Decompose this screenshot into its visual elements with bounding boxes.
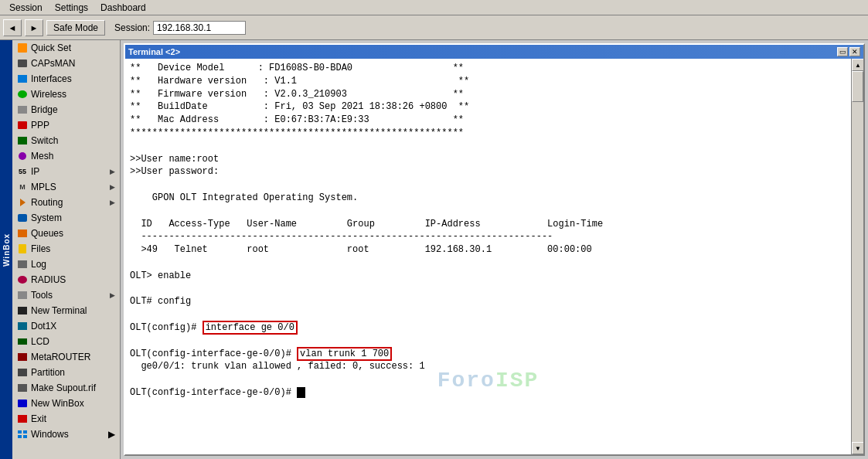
svg-rect-2 — [18, 435, 22, 438]
sidebar-item-quick-set[interactable]: Quick Set — [12, 40, 120, 56]
sidebar-label-bridge: Bridge — [31, 104, 58, 115]
sidebar-item-wireless[interactable]: Wireless — [12, 87, 120, 102]
sidebar-label-dot1x: Dot1X — [31, 321, 56, 332]
terminal-line: OLT> enable — [130, 270, 846, 283]
sidebar-item-capsman[interactable]: CAPsMAN — [12, 56, 120, 71]
quick-set-icon — [17, 42, 28, 53]
sidebar-item-metarouter[interactable]: MetaROUTER — [12, 349, 120, 365]
menu-settings[interactable]: Settings — [49, 1, 94, 15]
menu-dashboard[interactable]: Dashboard — [94, 1, 152, 15]
terminal-line: ****************************************… — [130, 127, 846, 140]
cursor — [297, 387, 305, 398]
sidebar-label-new-winbox: New WinBox — [31, 398, 84, 409]
terminal-line: ----------------------------------------… — [130, 230, 846, 243]
sidebar-item-interfaces[interactable]: Interfaces — [12, 71, 120, 87]
ip-arrow-icon: ▶ — [110, 168, 115, 175]
terminal-line: ** BuildDate : Fri, 03 Sep 2021 18:38:26… — [130, 100, 846, 114]
sidebar-item-mesh[interactable]: Mesh — [12, 148, 120, 164]
sidebar-item-mpls[interactable]: M MPLS ▶ — [12, 179, 120, 195]
scroll-down-button[interactable]: ▼ — [852, 442, 863, 454]
sidebar-item-new-winbox[interactable]: New WinBox — [12, 396, 120, 411]
terminal-window[interactable]: Terminal <2> ▭ ✕ ** Device Model : FD160… — [124, 43, 865, 456]
scroll-track[interactable] — [852, 71, 863, 442]
windows-icon — [17, 429, 28, 440]
sidebar-item-partition[interactable]: Partition — [12, 365, 120, 380]
radius-icon — [17, 274, 28, 285]
sidebar-label-make-supout: Make Supout.rif — [31, 382, 96, 393]
sidebar-item-ppp[interactable]: PPP — [12, 117, 120, 133]
terminal-titlebar: Terminal <2> ▭ ✕ — [125, 45, 863, 59]
terminal-line: ** Hardware version : V1.1 ** — [130, 75, 846, 88]
switch-icon — [17, 135, 28, 146]
menu-session[interactable]: Session — [3, 1, 49, 15]
scroll-thumb[interactable] — [852, 71, 863, 102]
terminal-line: ** Firmware version : V2.0.3_210903 ** — [130, 88, 846, 101]
mpls-arrow-icon: ▶ — [110, 183, 115, 191]
sidebar-label-routing: Routing — [31, 197, 63, 208]
terminal-scrollbar[interactable]: ▲ ▼ — [851, 59, 863, 454]
ppp-icon — [17, 120, 28, 131]
windows-label: Windows — [31, 429, 69, 440]
sidebar-label-mpls: MPLS — [31, 182, 56, 192]
session-input[interactable] — [153, 21, 246, 35]
terminal-restore-button[interactable]: ▭ — [837, 47, 848, 56]
sidebar-label-lcd: LCD — [31, 336, 49, 347]
sidebar-wrapper: WinBox Quick Set CAPsMAN Interfaces Wire… — [0, 40, 121, 459]
sidebar-item-lcd[interactable]: LCD — [12, 334, 120, 349]
sidebar-item-log[interactable]: Log — [12, 257, 120, 272]
svg-rect-1 — [23, 430, 27, 434]
sidebar-item-new-terminal[interactable]: New Terminal — [12, 303, 120, 318]
terminal-line — [130, 283, 846, 296]
sidebar-label-system: System — [31, 212, 62, 223]
sidebar-item-tools[interactable]: Tools ▶ — [12, 287, 120, 303]
sidebar-label-interfaces: Interfaces — [31, 73, 72, 84]
sidebar-label-switch: Switch — [31, 135, 58, 146]
terminal-line: >49 Telnet root root 192.168.30.1 00:00:… — [130, 243, 846, 257]
sidebar-item-queues[interactable]: Queues — [12, 226, 120, 241]
sidebar-item-windows[interactable]: Windows ▶ — [12, 427, 120, 442]
main-layout: WinBox Quick Set CAPsMAN Interfaces Wire… — [0, 40, 868, 459]
sidebar-label-wireless: Wireless — [31, 89, 66, 100]
terminal-line: ** Device Model : FD1608S-B0-BDA0 ** — [130, 62, 846, 75]
sidebar-item-make-supout[interactable]: Make Supout.rif — [12, 380, 120, 396]
terminal-line — [130, 373, 846, 386]
sidebar-label-queues: Queues — [31, 228, 63, 239]
sidebar-label-ppp: PPP — [31, 120, 49, 131]
terminal-line — [130, 178, 846, 192]
back-button[interactable]: ◄ — [3, 19, 22, 36]
vlan-command-highlight: vlan trunk 1 700 — [297, 347, 392, 361]
sidebar-label-exit: Exit — [31, 413, 46, 424]
terminal-line-vlan-cmd: OLT(config-interface-ge-0/0)# vlan trunk… — [130, 348, 846, 361]
terminal-line: ge0/0/1: trunk vlan allowed , failed: 0,… — [130, 360, 846, 373]
forward-button[interactable]: ► — [25, 19, 43, 36]
dot1x-icon — [17, 321, 28, 332]
terminal-line: ** Mac Address : E0:67:B3:7A:E9:33 ** — [130, 114, 846, 127]
session-label: Session: — [114, 22, 150, 33]
terminal-line-prompt: OLT(config-interface-ge-0/0)# — [130, 386, 846, 400]
sidebar-label-partition: Partition — [31, 367, 65, 378]
sidebar-item-files[interactable]: Files — [12, 241, 120, 257]
tools-icon — [17, 290, 28, 301]
toolbar: ◄ ► Safe Mode Session: — [0, 15, 868, 40]
sidebar-item-dot1x[interactable]: Dot1X — [12, 318, 120, 334]
terminal-line: ID Access-Type User-Name Group IP-Addres… — [130, 218, 846, 231]
sidebar-label-mesh: Mesh — [31, 151, 53, 162]
terminal-line: >>User password: — [130, 165, 846, 178]
sidebar-item-routing[interactable]: Routing ▶ — [12, 195, 120, 210]
terminal-controls: ▭ ✕ — [837, 47, 860, 56]
sidebar-item-system[interactable]: System — [12, 210, 120, 226]
sidebar-item-radius[interactable]: RADIUS — [12, 272, 120, 287]
scroll-up-button[interactable]: ▲ — [852, 59, 863, 71]
terminal-close-button[interactable]: ✕ — [849, 47, 860, 56]
tools-arrow-icon: ▶ — [110, 291, 115, 299]
sidebar-item-ip[interactable]: 55 IP ▶ — [12, 164, 120, 179]
sidebar-label-ip: IP — [31, 166, 39, 177]
sidebar-item-switch[interactable]: Switch — [12, 133, 120, 148]
winbox-label: WinBox — [0, 40, 12, 459]
terminal-body[interactable]: ** Device Model : FD1608S-B0-BDA0 ** ** … — [125, 59, 851, 454]
sidebar-item-bridge[interactable]: Bridge — [12, 102, 120, 117]
terminal-line: GPON OLT Integrated Operating System. — [130, 192, 846, 205]
safe-mode-button[interactable]: Safe Mode — [46, 20, 105, 36]
sidebar-item-exit[interactable]: Exit — [12, 411, 120, 427]
sidebar-label-tools: Tools — [31, 290, 53, 301]
